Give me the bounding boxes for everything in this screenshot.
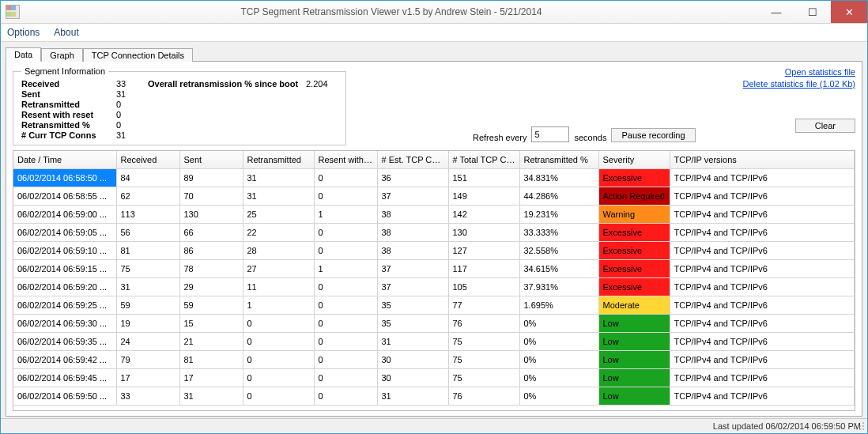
table-cell: 76 [448,387,519,406]
table-cell: 06/02/2014 06:59:45 ... [13,369,116,387]
col-est-conn[interactable]: # Est. TCP Connections [377,151,448,169]
severity-cell: Warning [598,206,670,224]
col-severity[interactable]: Severity [598,151,670,169]
table-cell: 0% [519,333,598,351]
table-cell: 151 [448,169,519,187]
open-stats-link[interactable]: Open statistics file [743,66,855,78]
table-row[interactable]: 06/02/2014 06:59:05 ...56662203813033.33… [13,224,855,242]
table-cell: 76 [448,315,519,333]
table-cell: 35 [377,296,448,315]
tcpip-cell: TCP/IPv4 and TCP/IPv6 [670,315,855,333]
table-cell: 06/02/2014 06:59:30 ... [13,315,116,333]
table-cell: 79 [116,351,179,369]
table-cell: 06/02/2014 06:59:35 ... [13,333,116,351]
table-cell: 31 [116,278,179,296]
table-cell: 0 [314,369,377,387]
table-cell: 06/02/2014 06:59:50 ... [13,387,116,406]
col-datetime[interactable]: Date / Time [13,151,116,169]
refresh-interval-input[interactable] [531,126,569,142]
col-tcpip[interactable]: TCP/IP versions [670,151,855,169]
table-cell: 38 [377,242,448,260]
table-cell: 11 [243,278,314,296]
table-cell: 31 [243,169,314,187]
close-button[interactable]: ✕ [831,1,867,23]
table-row[interactable]: 06/02/2014 06:59:50 ...33310031760%LowTC… [13,387,855,406]
tab-graph[interactable]: Graph [41,48,83,62]
value-sent: 31 [116,89,148,99]
pause-recording-button[interactable]: Pause recording [611,128,695,142]
severity-cell: Low [598,351,670,369]
table-row[interactable]: 06/02/2014 06:59:15 ...75782713711734.61… [13,260,855,278]
resize-grip[interactable] [856,422,866,432]
table-cell: 28 [243,242,314,260]
table-cell: 06/02/2014 06:59:00 ... [13,206,116,224]
table-cell: 0% [519,315,598,333]
table-row[interactable]: 06/02/2014 06:58:50 ...84893103615134.83… [13,169,855,187]
table-row[interactable]: 06/02/2014 06:59:00 ...1131302513814219.… [13,206,855,224]
table-row[interactable]: 06/02/2014 06:59:45 ...17170030750%LowTC… [13,369,855,387]
svg-rect-3 [856,428,858,430]
table-cell: 27 [243,260,314,278]
table-cell: 06/02/2014 06:59:15 ... [13,260,116,278]
table-cell: 32.558% [519,242,598,260]
table-row[interactable]: 06/02/2014 06:59:42 ...79810030750%LowTC… [13,351,855,369]
col-received[interactable]: Received [116,151,179,169]
table-cell: 59 [179,296,243,315]
table-cell: 36 [377,169,448,187]
severity-cell: Low [598,315,670,333]
table-row[interactable]: 06/02/2014 06:58:55 ...62703103714944.28… [13,187,855,206]
tab-data[interactable]: Data [6,47,41,62]
table-cell: 06/02/2014 06:59:25 ... [13,296,116,315]
maximize-button[interactable]: ☐ [794,1,831,23]
col-resent-reset[interactable]: Resent with reset [314,151,377,169]
value-retransmitted: 0 [116,100,148,109]
table-cell: 77 [448,296,519,315]
status-last-updated: Last updated 06/02/2014 06:59:50 PM [713,421,861,431]
table-cell: 86 [179,242,243,260]
tcpip-cell: TCP/IPv4 and TCP/IPv6 [670,187,855,206]
severity-cell: Excessive [598,278,670,296]
table-cell: 30 [377,369,448,387]
data-table-wrap: Date / Time Received Sent Retransmitted … [13,150,855,411]
col-retransmitted[interactable]: Retransmitted [243,151,314,169]
tab-details[interactable]: TCP Connection Details [83,48,193,62]
table-cell: 75 [448,369,519,387]
table-cell: 0 [243,333,314,351]
svg-rect-5 [862,428,864,430]
delete-stats-link[interactable]: Delete statistics file (1.02 Kb) [743,78,855,90]
col-sent[interactable]: Sent [179,151,243,169]
table-row[interactable]: 06/02/2014 06:59:20 ...31291103710537.93… [13,278,855,296]
table-cell: 30 [377,351,448,369]
severity-cell: Excessive [598,242,670,260]
refresh-label-pre: Refresh every [473,133,526,142]
menu-about[interactable]: About [54,27,78,38]
table-cell: 62 [116,187,179,206]
table-row[interactable]: 06/02/2014 06:59:25 ...59591035771.695%M… [13,296,855,315]
table-cell: 25 [243,206,314,224]
table-cell: 78 [179,260,243,278]
col-retransmitted-pct[interactable]: Retransmitted % [519,151,598,169]
tcpip-cell: TCP/IPv4 and TCP/IPv6 [670,278,855,296]
table-row[interactable]: 06/02/2014 06:59:30 ...19150035760%LowTC… [13,315,855,333]
table-cell: 33.333% [519,224,598,242]
table-cell: 34.831% [519,169,598,187]
table-cell: 75 [448,351,519,369]
menu-options[interactable]: Options [7,27,40,38]
clear-button[interactable]: Clear [795,119,855,133]
table-row[interactable]: 06/02/2014 06:59:10 ...81862803812732.55… [13,242,855,260]
table-cell: 0 [314,169,377,187]
severity-cell: Moderate [598,296,670,315]
minimize-button[interactable]: — [758,1,794,23]
value-resent-reset: 0 [116,110,148,119]
tcpip-cell: TCP/IPv4 and TCP/IPv6 [670,169,855,187]
table-cell: 35 [377,315,448,333]
table-cell: 37 [377,187,448,206]
value-curr-conns: 31 [116,130,148,140]
table-row[interactable]: 06/02/2014 06:59:35 ...24210031750%LowTC… [13,333,855,351]
tcpip-cell: TCP/IPv4 and TCP/IPv6 [670,224,855,242]
col-total-conn[interactable]: # Total TCP Conn [448,151,519,169]
severity-cell: Excessive [598,260,670,278]
app-icon [6,5,20,19]
table-cell: 75 [448,333,519,351]
tcpip-cell: TCP/IPv4 and TCP/IPv6 [670,242,855,260]
